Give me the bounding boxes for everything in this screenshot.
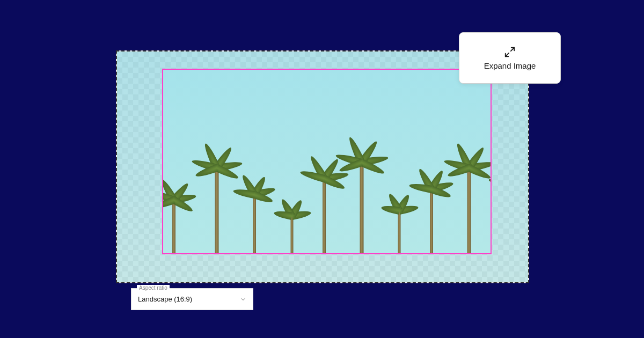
- svg-line-1: [506, 53, 509, 56]
- aspect-ratio-control: Aspect ratio Landscape (16:9): [131, 288, 253, 310]
- aspect-ratio-selected-value: Landscape (16:9): [138, 295, 192, 303]
- expand-arrows-icon: [504, 46, 516, 58]
- aspect-ratio-select[interactable]: Landscape (16:9): [138, 294, 246, 303]
- crop-selection-box[interactable]: [162, 69, 492, 254]
- aspect-ratio-legend: Aspect ratio: [137, 285, 170, 291]
- expand-image-button[interactable]: Expand Image: [459, 32, 561, 84]
- expand-image-label: Expand Image: [484, 61, 536, 70]
- svg-line-0: [511, 47, 514, 50]
- image-content: [163, 124, 491, 254]
- image-canvas[interactable]: [116, 50, 529, 283]
- chevron-down-icon: [240, 296, 246, 303]
